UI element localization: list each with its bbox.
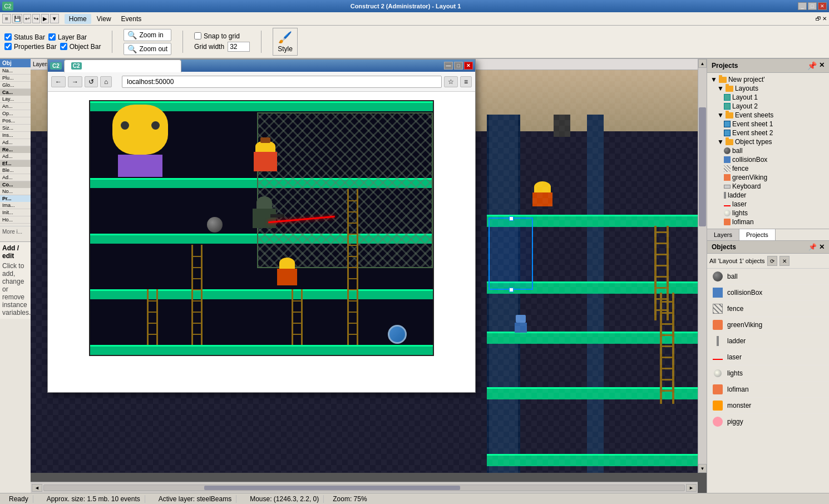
laser-obj-icon <box>724 205 731 206</box>
address-bar[interactable] <box>122 76 442 88</box>
menu-btn[interactable]: ≡ <box>460 76 472 87</box>
tree-collisionbox[interactable]: collisionBox <box>723 155 827 164</box>
add-obj-btn[interactable]: ✕ <box>779 256 789 266</box>
obj-ball[interactable]: ball <box>707 269 829 285</box>
zoom-out-btn[interactable]: 🔍 Zoom out <box>124 43 171 55</box>
tree-greenviking[interactable]: greenViking <box>723 173 827 182</box>
tree-layout1[interactable]: Layout 1 <box>723 93 827 102</box>
prop-section-pr: Pr... <box>0 195 31 202</box>
tree-ladder[interactable]: ladder <box>723 191 827 200</box>
ball-label: ball <box>732 147 743 155</box>
tab-projects[interactable]: Projects <box>739 229 776 240</box>
objects-pin-icon[interactable]: 📌 <box>808 243 817 251</box>
back-btn[interactable]: ← <box>51 76 66 87</box>
snap-section: Snap to grid Grid width <box>194 32 250 52</box>
menu-view[interactable]: View <box>92 14 116 24</box>
quick-access[interactable]: ≡ 💾 ↩ ↪ ▶ ▼ <box>2 14 59 23</box>
toolbar-divider-3 <box>261 31 261 53</box>
tree-objecttypes-folder[interactable]: ▼ Object types <box>716 137 827 146</box>
obj-ladder[interactable]: ladder <box>707 333 829 349</box>
obj-lights[interactable]: lights <box>707 365 829 382</box>
vscroll-up-btn[interactable]: ▲ <box>698 59 707 68</box>
save-btn[interactable]: 💾 <box>12 14 22 23</box>
maximize-btn[interactable]: □ <box>808 2 817 10</box>
undo-btn[interactable]: ↩ <box>23 14 31 23</box>
filter-btn[interactable]: ⟳ <box>767 256 777 266</box>
viking-body <box>532 192 552 206</box>
crown <box>260 137 270 143</box>
tree-root[interactable]: ▼ New project' <box>709 75 827 84</box>
hscroll-thumb[interactable] <box>204 486 460 490</box>
tree-lights[interactable]: lights <box>723 209 827 218</box>
pin-icon[interactable]: 📌 <box>807 61 817 70</box>
object-bar-check[interactable]: Object Bar <box>60 43 101 51</box>
obj-collisionbox[interactable]: collisionBox <box>707 285 829 301</box>
obj-greenviking[interactable]: greenViking <box>707 317 829 333</box>
browser-max-btn[interactable]: □ <box>454 62 463 70</box>
status-layer-row: Status Bar Layer Bar <box>4 33 101 41</box>
canvas-viewport[interactable]: C2 C2 New project (Construct 2) ✕ — □ ✕ … <box>31 59 698 473</box>
run-btn[interactable]: ▶ <box>41 14 49 23</box>
tree-eventsheets-folder[interactable]: ▼ Event sheets <box>716 111 827 120</box>
obj-piggy[interactable]: piggy <box>707 414 829 428</box>
zoom-in-btn[interactable]: 🔍 Zoom in <box>124 29 171 41</box>
browser-close-btn[interactable]: ✕ <box>464 62 473 70</box>
vscroll-thumb[interactable] <box>699 107 706 226</box>
tab-close-icon[interactable]: ✕ <box>170 63 174 69</box>
objects-close-icon[interactable]: ✕ <box>819 243 825 251</box>
menu-events[interactable]: Events <box>117 14 146 24</box>
tree-event1[interactable]: Event sheet 1 <box>723 120 827 129</box>
restore-btn[interactable]: 🗗 <box>816 16 821 22</box>
layer-bar-check[interactable]: Layer Bar <box>48 33 87 41</box>
tree-laser[interactable]: laser <box>723 200 827 209</box>
selection-handle-top[interactable] <box>509 216 514 221</box>
close-main-btn[interactable]: ✕ <box>822 16 827 22</box>
tree-layouts-folder[interactable]: ▼ Layouts <box>716 84 827 93</box>
prop-opacity: Op... <box>0 110 31 117</box>
status-zoom: Zoom: 75% <box>333 495 367 503</box>
selection-handle-bottom[interactable] <box>509 288 514 292</box>
minimize-btn[interactable]: _ <box>798 2 807 10</box>
refresh-btn[interactable]: ↺ <box>85 76 98 87</box>
snap-to-grid-check[interactable]: Snap to grid <box>194 32 240 40</box>
game-ladder-3 <box>146 289 159 345</box>
vertical-scrollbar[interactable]: ▲ ▼ <box>698 59 707 473</box>
home-btn[interactable]: ⌂ <box>100 76 112 87</box>
monster-thumb-icon <box>712 399 724 412</box>
tree-event2[interactable]: Event sheet 2 <box>723 129 827 137</box>
browser-min-btn[interactable]: — <box>444 62 453 70</box>
obj-monster[interactable]: monster <box>707 398 829 414</box>
title-bar: C2 Construct 2 (Administrator) - Layout … <box>0 0 829 12</box>
selection-box[interactable] <box>488 218 533 290</box>
hscroll-left-btn[interactable]: ◄ <box>32 484 42 492</box>
redo-btn[interactable]: ↪ <box>32 14 40 23</box>
tab-layers[interactable]: Layers <box>707 229 739 240</box>
game-ladder-2 <box>346 189 359 345</box>
tree-ball[interactable]: ball <box>723 146 827 155</box>
hscroll-right-btn[interactable]: ► <box>686 484 697 492</box>
tree-layout2[interactable]: Layout 2 <box>723 102 827 111</box>
browser-tab[interactable]: C2 New project (Construct 2) ✕ <box>64 60 181 72</box>
style-btn[interactable]: 🖌️ Style <box>273 28 298 56</box>
file-menu-btn[interactable]: ≡ <box>2 14 11 23</box>
bookmark-btn[interactable]: ☆ <box>444 76 458 87</box>
close-btn[interactable]: ✕ <box>818 2 827 10</box>
menu-home[interactable]: Home <box>65 14 91 24</box>
close-projects-icon[interactable]: ✕ <box>819 61 825 70</box>
tree-fence[interactable]: fence <box>723 164 827 173</box>
obj-fence[interactable]: fence <box>707 301 829 317</box>
project-root-label: New project' <box>728 76 765 83</box>
obj-laser[interactable]: laser <box>707 349 829 365</box>
grid-width-input[interactable] <box>228 42 250 52</box>
tree-keyboard[interactable]: Keyboard <box>723 182 827 191</box>
tree-lofiman[interactable]: lofiman <box>723 218 827 226</box>
properties-bar-check[interactable]: Properties Bar <box>4 43 57 51</box>
greenviking-label: greenViking <box>732 174 767 181</box>
ball-char-bottom <box>388 325 407 344</box>
status-bar-check[interactable]: Status Bar <box>4 33 45 41</box>
prop-plugin: Plu... <box>0 75 31 82</box>
run-options-btn[interactable]: ▼ <box>50 14 59 23</box>
forward-btn[interactable]: → <box>68 76 82 87</box>
vscroll-down-btn[interactable]: ▼ <box>698 464 707 473</box>
obj-lofiman[interactable]: lofiman <box>707 382 829 398</box>
